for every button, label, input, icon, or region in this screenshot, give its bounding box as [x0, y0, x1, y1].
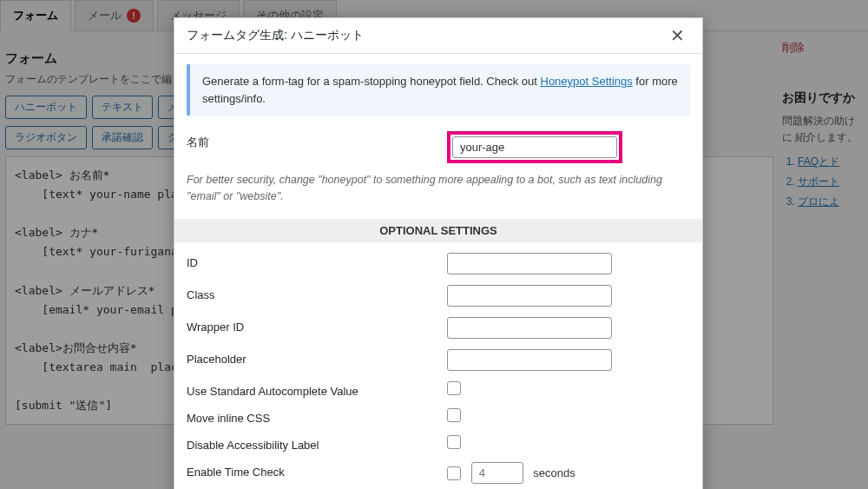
close-icon[interactable]: ✕	[665, 25, 690, 46]
optional-settings-header: OPTIONAL SETTINGS	[174, 219, 702, 242]
timecheck-label: Enable Time Check	[187, 462, 447, 479]
modal-title: フォームタグ生成: ハニーポット	[187, 28, 364, 43]
name-input[interactable]	[452, 136, 617, 158]
wrapper-id-input[interactable]	[447, 317, 612, 339]
name-note: For better security, change "honeypot" t…	[174, 169, 702, 214]
class-label: Class	[187, 285, 447, 301]
honeypot-settings-link[interactable]: Honeypot Settings	[541, 75, 633, 88]
seconds-label: seconds	[533, 466, 575, 479]
info-text-pre: Generate a form-tag for a spam-stopping …	[202, 75, 541, 88]
id-label: ID	[187, 253, 447, 269]
inline-css-label: Move inline CSS	[187, 408, 447, 425]
disable-a11y-checkbox[interactable]	[447, 435, 461, 449]
modal-header: フォームタグ生成: ハニーポット ✕	[174, 18, 702, 54]
form-tag-modal: フォームタグ生成: ハニーポット ✕ Generate a form-tag f…	[174, 17, 703, 489]
autocomplete-label: Use Standard Autocomplete Value	[187, 381, 447, 398]
timecheck-checkbox[interactable]	[447, 466, 461, 480]
inline-css-checkbox[interactable]	[447, 408, 461, 422]
id-input[interactable]	[447, 253, 612, 274]
timecheck-seconds-input[interactable]	[471, 462, 523, 484]
autocomplete-checkbox[interactable]	[447, 381, 461, 395]
wrapper-id-label: Wrapper ID	[187, 317, 447, 334]
placeholder-input[interactable]	[447, 349, 612, 371]
disable-a11y-label: Disable Accessibility Label	[187, 435, 447, 452]
class-input[interactable]	[447, 285, 612, 307]
name-highlight	[447, 131, 622, 163]
name-label: 名前	[187, 131, 447, 150]
placeholder-label: Placeholder	[187, 349, 447, 366]
info-box: Generate a form-tag for a spam-stopping …	[187, 64, 690, 116]
